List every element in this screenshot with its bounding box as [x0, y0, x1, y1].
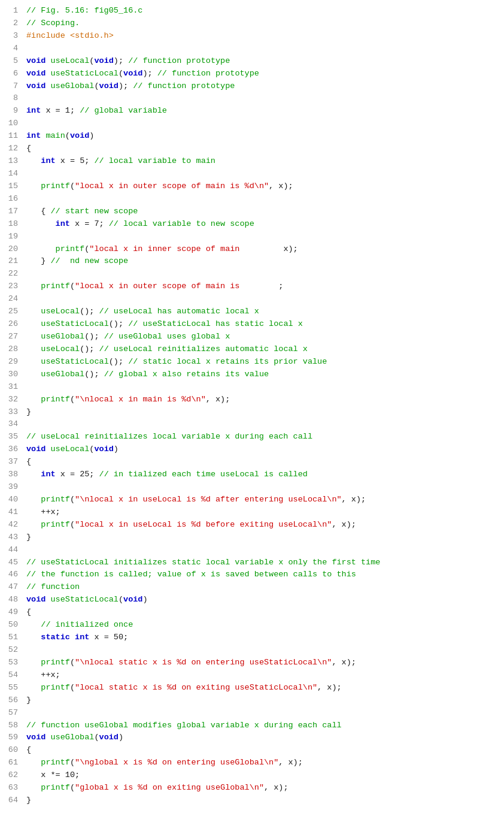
line-number: 63 [5, 782, 18, 794]
line-number: 53 [5, 657, 18, 669]
code-line [26, 707, 499, 720]
line-number: 52 [5, 644, 18, 657]
line-number: 8 [5, 92, 18, 105]
code-line [26, 92, 499, 105]
code-line [26, 231, 499, 243]
line-number: 16 [5, 193, 18, 205]
line-number: 10 [5, 117, 18, 130]
line-number: 13 [5, 155, 18, 168]
line-number: 12 [5, 143, 18, 155]
line-number: 29 [5, 356, 18, 368]
code-line: } [26, 794, 499, 807]
line-number: 33 [5, 406, 18, 419]
line-number: 56 [5, 694, 18, 707]
code-line [26, 644, 499, 657]
line-number: 24 [5, 293, 18, 306]
line-number: 38 [5, 469, 18, 481]
code-line: void useStaticLocal(void); // function p… [26, 68, 499, 80]
code-line: // function [26, 581, 499, 594]
line-number: 60 [5, 744, 18, 757]
line-number: 55 [5, 682, 18, 694]
code-line: useGlobal(); // useGlobal uses global x [26, 331, 499, 343]
code-line: ++x; [26, 506, 499, 519]
code-line: printf("local x in outer scope of main i… [26, 180, 499, 193]
line-number: 7 [5, 80, 18, 93]
code-line: printf("local x in outer scope of main i… [26, 280, 499, 293]
line-number: 28 [5, 343, 18, 356]
code-line: printf("\nlocal x in main is %d\n", x); [26, 394, 499, 406]
code-line: // the function is called; value of x is… [26, 569, 499, 581]
code-line: x *= 10; [26, 769, 499, 782]
code-line: } [26, 406, 499, 419]
line-number: 27 [5, 331, 18, 343]
line-number: 57 [5, 707, 18, 720]
code-line [26, 381, 499, 394]
code-line: printf("local x in inner scope of main x… [26, 243, 499, 256]
code-line: // Fig. 5.16: fig05_16.c [26, 5, 499, 17]
line-numbers: 1234567891011121314151617181920212223242… [0, 5, 22, 811]
line-number: 42 [5, 519, 18, 531]
line-number: 2 [5, 17, 18, 30]
line-number: 43 [5, 531, 18, 544]
code-line [26, 43, 499, 55]
line-number: 3 [5, 30, 18, 43]
code-line [26, 293, 499, 306]
line-number: 47 [5, 581, 18, 594]
code-line: printf("\nlocal static x is %d on enteri… [26, 657, 499, 669]
code-line: // function useGlobal modifies global va… [26, 720, 499, 732]
line-number: 6 [5, 68, 18, 80]
line-number: 15 [5, 180, 18, 193]
code-line: { // start new scope [26, 205, 499, 218]
line-number: 20 [5, 243, 18, 256]
line-number: 41 [5, 506, 18, 519]
line-number: 19 [5, 231, 18, 243]
line-number: 59 [5, 732, 18, 744]
code-line: useLocal(); // useLocal has automatic lo… [26, 306, 499, 318]
code-line: { [26, 606, 499, 619]
line-number: 11 [5, 130, 18, 143]
code-line: ++x; [26, 669, 499, 682]
code-line: printf("\nglobal x is %d on entering use… [26, 757, 499, 769]
code-line [26, 544, 499, 557]
line-number: 36 [5, 443, 18, 456]
line-number: 31 [5, 381, 18, 394]
code-line: } // nd new scope [26, 255, 499, 268]
line-number: 61 [5, 757, 18, 769]
line-number: 64 [5, 794, 18, 807]
code-line: int main(void) [26, 130, 499, 143]
code-line: int x = 7; // local variable to new scop… [26, 218, 499, 231]
code-line: } [26, 694, 499, 707]
code-line [26, 117, 499, 130]
line-number: 46 [5, 569, 18, 581]
line-number: 58 [5, 720, 18, 732]
line-number: 54 [5, 669, 18, 682]
line-number: 18 [5, 218, 18, 231]
code-line: int x = 25; // in tialized each time use… [26, 469, 499, 481]
line-number: 32 [5, 394, 18, 406]
line-number: 5 [5, 55, 18, 68]
code-line: } [26, 531, 499, 544]
code-line: { [26, 456, 499, 469]
line-number: 50 [5, 619, 18, 631]
code-body: // Fig. 5.16: fig05_16.c// Scoping.#incl… [22, 5, 504, 811]
code-line [26, 268, 499, 280]
line-number: 34 [5, 418, 18, 431]
code-line: printf("local static x is %d on exiting … [26, 682, 499, 694]
code-line: { [26, 143, 499, 155]
code-line: printf("local x in useLocal is %d before… [26, 519, 499, 531]
line-number: 22 [5, 268, 18, 280]
code-line: useLocal(); // useLocal reinitializes au… [26, 343, 499, 356]
code-line: // useLocal reinitializes local variable… [26, 431, 499, 443]
line-number: 49 [5, 606, 18, 619]
line-number: 1 [5, 5, 18, 17]
line-number: 39 [5, 481, 18, 494]
code-line: void useGlobal(void) [26, 732, 499, 744]
line-number: 40 [5, 494, 18, 506]
code-line: static int x = 50; [26, 631, 499, 644]
code-line: void useGlobal(void); // function protot… [26, 80, 499, 93]
code-line [26, 481, 499, 494]
line-number: 4 [5, 43, 18, 55]
code-viewer: 1234567891011121314151617181920212223242… [0, 0, 504, 816]
line-number: 51 [5, 631, 18, 644]
code-line: useGlobal(); // global x also retains it… [26, 368, 499, 381]
